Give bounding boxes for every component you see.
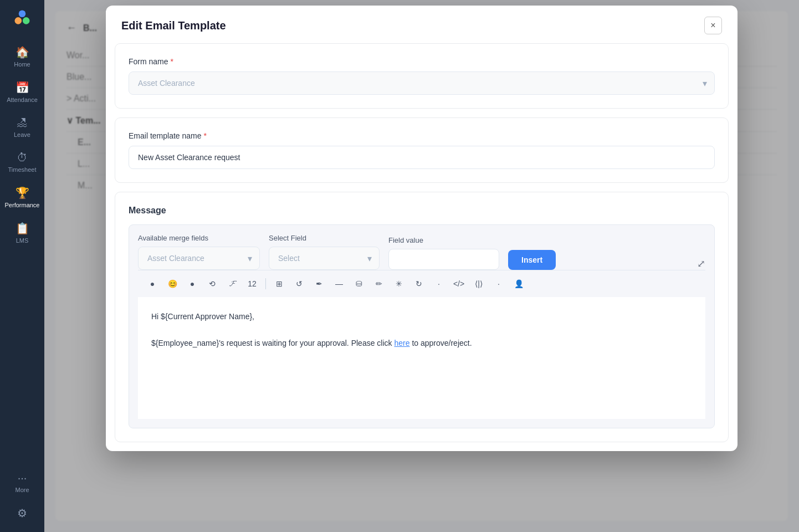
home-icon: 🏠: [16, 45, 29, 59]
field-value-group: Field value: [388, 236, 499, 270]
form-name-select-wrapper: Asset Clearance ▾: [129, 71, 715, 95]
field-value-label: Field value: [388, 236, 499, 244]
attendance-icon: 📅: [16, 81, 29, 94]
form-name-label: Form name *: [129, 57, 715, 66]
sidebar-label-home: Home: [14, 61, 30, 68]
toolbar-user-icon[interactable]: 👤: [511, 276, 526, 291]
field-value-input[interactable]: [388, 249, 499, 270]
toolbar-emoji-icon[interactable]: 😊: [165, 276, 180, 291]
form-name-section: Form name * Asset Clearance ▾: [115, 43, 729, 109]
modal-overlay: Edit Email Template × Form name * Asset …: [44, 0, 799, 532]
available-merge-select-wrapper: Asset Clearance ▾: [138, 247, 260, 270]
svg-point-2: [23, 17, 30, 24]
editor-content[interactable]: Hi ${Current Approver Name}, ${Employee_…: [138, 297, 705, 419]
editor-link[interactable]: here: [394, 339, 409, 347]
message-section: Message Available merge fields Asset Cle…: [115, 192, 729, 442]
sidebar-item-leave[interactable]: 🏖 Leave: [3, 111, 41, 144]
sidebar-item-settings[interactable]: ⚙: [3, 501, 41, 525]
app-logo: [11, 7, 33, 29]
sidebar-item-timesheet[interactable]: ⏱ Timesheet: [3, 146, 41, 178]
toolbar-separator-icon[interactable]: ·: [491, 276, 506, 291]
sidebar-label-performance: Performance: [5, 202, 40, 208]
toolbar-pen-icon[interactable]: ✒: [311, 276, 327, 291]
email-template-group: Email template name *: [129, 131, 715, 169]
expand-icon[interactable]: ⤢: [697, 258, 705, 270]
toolbar-undo-icon[interactable]: ↺: [291, 276, 307, 291]
main-area: ← B... Wor... Blue... > Acti... ∨ Tem...…: [44, 0, 799, 532]
sidebar-label-attendance: Attendance: [7, 96, 38, 103]
sidebar-label-timesheet: Timesheet: [8, 166, 37, 173]
message-label: Message: [129, 206, 715, 216]
more-icon: ···: [18, 472, 27, 484]
sidebar-label-more: More: [15, 487, 29, 493]
select-field-select[interactable]: Select: [269, 247, 380, 270]
select-field-select-wrapper: Select ▾: [269, 247, 380, 270]
toolbar-dash-icon[interactable]: —: [331, 276, 347, 291]
modal-title: Edit Email Template: [121, 19, 226, 32]
toolbar-stack-icon[interactable]: ⛁: [351, 276, 367, 291]
edit-email-template-modal: Edit Email Template × Form name * Asset …: [106, 6, 737, 451]
sidebar-label-lms: LMS: [16, 237, 29, 244]
sidebar-label-leave: Leave: [14, 131, 30, 138]
modal-close-button[interactable]: ×: [704, 17, 722, 34]
svg-point-1: [15, 17, 22, 24]
timesheet-icon: ⏱: [17, 151, 28, 164]
leave-icon: 🏖: [17, 116, 28, 129]
toolbar-indent-icon[interactable]: ⟨|⟩: [471, 276, 486, 291]
merge-fields-row: Available merge fields Asset Clearance ▾…: [138, 234, 705, 270]
toolbar-fontsize-icon[interactable]: 12: [244, 276, 260, 291]
settings-icon: ⚙: [17, 507, 27, 520]
editor-line-2: ${Employee_name}'s request is waiting fo…: [151, 337, 692, 350]
sidebar: 🏠 Home 📅 Attendance 🏖 Leave ⏱ Timesheet …: [0, 0, 44, 532]
svg-point-0: [19, 11, 26, 18]
performance-icon: 🏆: [16, 186, 29, 200]
email-template-name-section: Email template name *: [115, 117, 729, 183]
toolbar-code-icon[interactable]: </>: [451, 276, 467, 291]
insert-button[interactable]: Insert: [508, 250, 556, 270]
email-template-name-input[interactable]: [129, 146, 715, 169]
toolbar-table-icon[interactable]: ⊞: [272, 276, 287, 291]
email-template-label: Email template name *: [129, 131, 715, 140]
toolbar-bold-icon[interactable]: ●: [145, 276, 160, 291]
sidebar-item-more[interactable]: ··· More: [3, 466, 41, 499]
toolbar-dot-icon[interactable]: ·: [431, 276, 447, 291]
toolbar-pencil-icon[interactable]: ✏: [371, 276, 387, 291]
sidebar-item-lms[interactable]: 📋 LMS: [3, 216, 41, 249]
select-field-label: Select Field: [269, 234, 380, 242]
toolbar-link-icon[interactable]: ⟲: [204, 276, 220, 291]
toolbar-divider-1: [265, 278, 266, 289]
sidebar-item-attendance[interactable]: 📅 Attendance: [3, 75, 41, 109]
merge-fields-container: Available merge fields Asset Clearance ▾…: [129, 224, 715, 428]
available-merge-fields-select[interactable]: Asset Clearance: [138, 247, 260, 270]
toolbar-sparkle-icon[interactable]: ✳: [391, 276, 407, 291]
available-merge-fields-group: Available merge fields Asset Clearance ▾: [138, 234, 260, 270]
sidebar-item-home[interactable]: 🏠 Home: [3, 40, 41, 73]
modal-header: Edit Email Template ×: [106, 6, 737, 43]
lms-icon: 📋: [16, 222, 29, 235]
toolbar-redo-icon[interactable]: ↻: [411, 276, 427, 291]
available-merge-fields-label: Available merge fields: [138, 234, 260, 242]
editor-line-1: Hi ${Current Approver Name},: [151, 310, 692, 324]
toolbar-bullet-icon[interactable]: ●: [185, 276, 200, 291]
required-indicator: *: [171, 57, 173, 66]
select-field-group: Select Field Select ▾: [269, 234, 380, 270]
editor-toolbar: ● 😊 ● ⟲ 𝓕 12 ⊞ ↺ ✒ — ⛁ ✏ ✳ ↻: [138, 270, 705, 297]
sidebar-item-performance[interactable]: 🏆 Performance: [3, 181, 41, 214]
form-name-group: Form name * Asset Clearance ▾: [129, 57, 715, 95]
toolbar-font-icon[interactable]: 𝓕: [224, 276, 240, 291]
form-name-select[interactable]: Asset Clearance: [129, 71, 715, 95]
email-template-required-indicator: *: [204, 131, 207, 140]
